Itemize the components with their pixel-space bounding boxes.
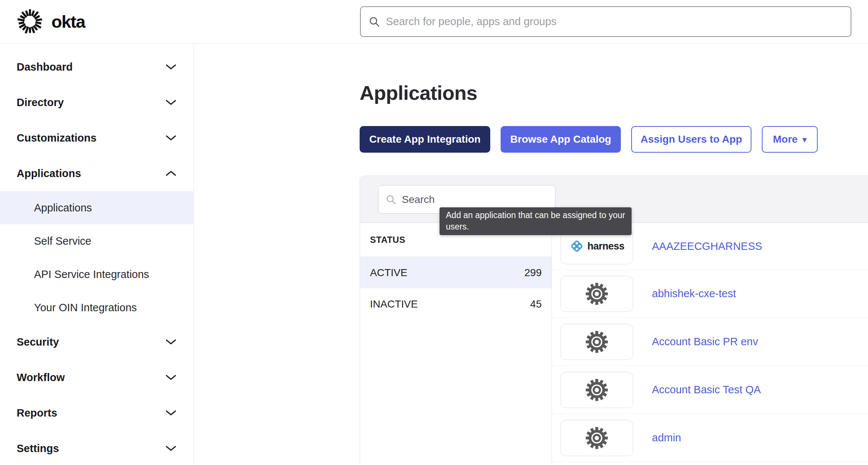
dropdown-caret-icon: ▾ <box>803 136 807 144</box>
chevron-down-icon <box>165 410 176 416</box>
chevron-down-icon <box>165 339 176 345</box>
chevron-down-icon <box>165 99 176 106</box>
gear-icon <box>584 425 609 451</box>
sidebar-subitem-self-service[interactable]: Self Service <box>0 224 194 258</box>
sidebar-nav: Dashboard Directory Customizations Appli… <box>0 44 194 465</box>
app-icon-card <box>561 420 633 456</box>
search-icon <box>369 16 380 27</box>
sidebar-subitem-api-service-integrations[interactable]: API Service Integrations <box>0 258 194 291</box>
app-link[interactable]: abhishek-cxe-test <box>652 288 736 300</box>
app-search-input[interactable] <box>402 194 548 206</box>
sidebar-item-workflow[interactable]: Workflow <box>0 360 194 395</box>
status-filter: STATUS ACTIVE 299 INACTIVE 45 <box>360 223 552 465</box>
app-row: admin <box>552 414 868 462</box>
create-app-integration-button[interactable]: Create App Integration <box>360 126 490 153</box>
gear-icon <box>584 329 609 354</box>
tooltip: Add an application that can be assigned … <box>440 207 632 235</box>
status-filter-active[interactable]: ACTIVE 299 <box>360 257 552 288</box>
gear-icon <box>584 281 609 306</box>
browse-app-catalog-button[interactable]: Browse App Catalog <box>501 126 621 153</box>
sidebar-subitem-applications[interactable]: Applications <box>0 191 194 224</box>
sidebar-item-reports[interactable]: Reports <box>0 395 194 431</box>
gear-icon <box>584 377 609 403</box>
okta-admin-console: okta Dashboard Directory Customizations … <box>0 0 868 465</box>
status-filter-inactive[interactable]: INACTIVE 45 <box>360 288 552 320</box>
app-link[interactable]: Account Basic PR env <box>652 336 758 348</box>
sidebar-item-dashboard[interactable]: Dashboard <box>0 49 194 85</box>
app-list: harness AAAZEECGHARNESS abhishek-cxe-tes… <box>552 223 868 465</box>
global-search <box>360 6 851 37</box>
inactive-count: 45 <box>530 298 542 310</box>
app-row: Account Basic PR env <box>552 318 868 366</box>
okta-sunburst-icon <box>17 8 43 35</box>
action-buttons: Create App Integration Browse App Catalo… <box>360 126 818 153</box>
sidebar-item-applications[interactable]: Applications <box>0 156 194 191</box>
app-row: Account Basic Test QA <box>552 366 868 414</box>
app-link[interactable]: AAAZEECGHARNESS <box>652 240 762 252</box>
chevron-down-icon <box>165 445 176 452</box>
sidebar-item-customizations[interactable]: Customizations <box>0 120 194 156</box>
app-icon-card <box>561 276 633 312</box>
sidebar-item-settings[interactable]: Settings <box>0 431 194 465</box>
sidebar-item-security[interactable]: Security <box>0 324 194 360</box>
app-link[interactable]: admin <box>652 432 681 444</box>
sidebar-subitem-your-oin-integrations[interactable]: Your OIN Integrations <box>0 291 194 324</box>
harness-icon <box>569 238 585 254</box>
chevron-down-icon <box>165 135 176 141</box>
assign-users-to-app-button[interactable]: Assign Users to App <box>631 126 751 153</box>
active-count: 299 <box>524 267 542 279</box>
panel-body: STATUS ACTIVE 299 INACTIVE 45 <box>360 223 868 465</box>
chevron-down-icon <box>165 374 176 381</box>
page-title: Applications <box>360 81 477 104</box>
more-button[interactable]: More ▾ <box>762 126 818 153</box>
app-icon-card <box>561 324 633 360</box>
top-bar: okta <box>0 0 868 44</box>
chevron-down-icon <box>165 64 176 70</box>
app-link[interactable]: Account Basic Test QA <box>652 384 761 396</box>
chevron-up-icon <box>165 170 176 177</box>
search-icon <box>386 194 396 205</box>
okta-wordmark: okta <box>51 11 85 32</box>
sidebar-item-directory[interactable]: Directory <box>0 85 194 120</box>
app-icon-card <box>561 372 633 408</box>
app-row: abhishek-cxe-test <box>552 270 868 318</box>
global-search-input[interactable] <box>386 16 842 28</box>
okta-logo[interactable]: okta <box>17 8 85 35</box>
